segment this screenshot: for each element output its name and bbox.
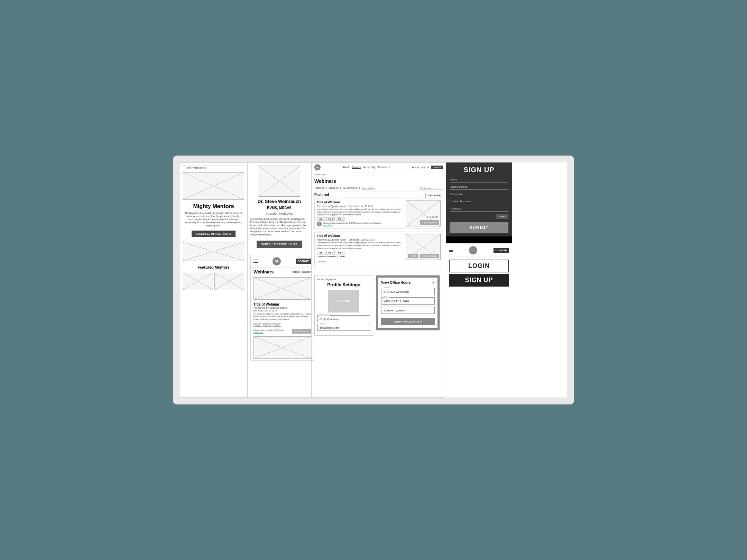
- nav-link-resources[interactable]: Resources: [378, 166, 389, 169]
- view-profile-button[interactable]: View Profile: [425, 193, 443, 198]
- mobile-tag-2: Tag 2: [263, 323, 272, 327]
- panel-mobile-webinars: M DONATE Webinars Filters Search Title o…: [250, 255, 314, 361]
- mobile-ce-link[interactable]: Learn more: [253, 331, 284, 333]
- nav-link-courses[interactable]: Courses: [352, 166, 361, 169]
- desktop-donate-button[interactable]: DONATE: [431, 166, 443, 169]
- webinar-2-title: Title of Webinar: [317, 234, 404, 237]
- webinar-card-2-content: Title of Webinar Presented by Speaker Na…: [317, 234, 404, 263]
- webinar-card-1-content: Title of Webinar Presented by Speaker Na…: [317, 200, 404, 226]
- nav-sign-up[interactable]: Sign Up: [412, 166, 420, 169]
- doctor-title: Founder, MightyVet: [266, 212, 293, 215]
- mobile-auth-hamburger[interactable]: [449, 249, 453, 252]
- upload-label: UPLOAD: [337, 299, 350, 303]
- schedule-office-hours-button[interactable]: SCHEDULE OFFICE HOURS: [192, 231, 236, 237]
- filters-label[interactable]: Filters: [292, 270, 300, 273]
- signup-button[interactable]: SIGN UP: [449, 274, 509, 287]
- filter-topics[interactable]: Topics: All: [314, 187, 324, 189]
- auth-hamburger-line-2: [449, 250, 453, 251]
- ce-badge: ★: [317, 222, 322, 226]
- featured-header: Featured View Profile: [314, 193, 443, 198]
- panel-mobile-auth: DONATE LOGIN SIGN UP: [446, 243, 512, 289]
- signup-email-field[interactable]: Email Address: [450, 184, 508, 190]
- mobile-auth-donate-button[interactable]: DONATE: [494, 248, 509, 253]
- filter-ce-offered[interactable]: CE Offered: All: [343, 187, 358, 189]
- signup-submit-button[interactable]: SUBMIT: [450, 222, 508, 233]
- webinar-1-description: Lorem ipsum dolor sit amet, consectetur …: [317, 208, 404, 216]
- filter-search-box[interactable]: 🔍: [419, 186, 443, 190]
- view-office-hours-button[interactable]: View Office Hours: [381, 318, 435, 325]
- nav-link-about[interactable]: About: [342, 166, 349, 169]
- search-input[interactable]: [424, 187, 441, 189]
- profile-settings-title: Profile Settings: [317, 282, 370, 287]
- mobile-ce-info: Course does not offer CE Credits Learn m…: [253, 329, 284, 333]
- signup-company-field[interactable]: Company: [450, 206, 508, 212]
- separator-2: [347, 238, 347, 241]
- full-name-label: Full Name: [319, 314, 330, 316]
- view-webinar-2-button[interactable]: View Webinar: [420, 254, 439, 258]
- signup-name-field[interactable]: Name: [450, 177, 508, 183]
- mentor-thumb-2: [214, 273, 245, 290]
- search-label[interactable]: Search: [302, 270, 311, 273]
- webinar-1-title: Title of Webinar: [317, 200, 404, 204]
- mobile-tags: Tag 1 Tag 2 Tag 3: [251, 322, 314, 328]
- modal-mentor-value: Dr. Steve Weinrauch: [384, 290, 432, 293]
- hamburger-icon[interactable]: [253, 260, 258, 263]
- signup-password-field[interactable]: Password: [450, 192, 508, 197]
- webinar-1-date: Jan 23 2018: [360, 205, 373, 207]
- webinar-2-ce-link[interactable]: Learn more: [317, 261, 326, 263]
- filter-status[interactable]: Status: All: [329, 187, 339, 189]
- webinar-card-2: Title of Webinar Presented by Speaker Na…: [314, 232, 443, 266]
- featured-section: Featured View Profile Title of Webinar P…: [312, 192, 446, 270]
- signup-confirm-password-field[interactable]: Confirm Password: [450, 199, 508, 204]
- view-webinar-1-button[interactable]: View Webinar: [420, 220, 439, 225]
- panel-mighty-mentors: Home > Mentorship Mighty Mentors Rotatin…: [180, 162, 247, 398]
- profile-breadcrumb: Home > My Profile: [317, 278, 370, 281]
- hamburger-line-2: [253, 261, 258, 262]
- enroll-button[interactable]: Enroll: [408, 254, 418, 258]
- nav-log-in[interactable]: Log In: [422, 166, 429, 169]
- panel-doctor: Dr. Steve Weinrauch BVMS, MRCVS Founder,…: [247, 162, 311, 398]
- email-field[interactable]: Email email@test.com: [317, 324, 370, 331]
- mobile-logo-text: M: [275, 259, 278, 263]
- modal-mentor-label: Mentor: [384, 287, 391, 289]
- black-divider-bar: [446, 236, 512, 243]
- login-button[interactable]: LOGIN: [449, 260, 509, 272]
- schedule-office-hours-button-doctor[interactable]: SCHEDULE OFFICE HOURS: [257, 241, 302, 248]
- full-name-value: Greta Graduate: [320, 318, 368, 321]
- webinar-2-ce-info: Course does not offer CE Credits Learn m…: [317, 255, 345, 264]
- mobile-tag-3: Tag 3: [273, 323, 281, 327]
- mobile-webinar-info: Title of Webinar Presented by Speaker Na…: [251, 301, 314, 322]
- nav-link-mentorship[interactable]: Mentorship: [363, 166, 376, 169]
- modal-inner: View Office Hours × Mentor Dr. Steve Wei…: [378, 278, 437, 328]
- webinar-1-date-label: Recorded:: [349, 205, 359, 207]
- ce-link[interactable]: Learn More: [323, 224, 333, 226]
- page-description: Rotating office hours will be held onlin…: [183, 212, 244, 227]
- full-name-field[interactable]: Full Name Greta Graduate: [317, 315, 370, 322]
- webinar-1-tag-3: Tag 1: [336, 217, 344, 221]
- mobile-webinars-title: Webinars Filters Search: [251, 268, 314, 276]
- signup-back-button[interactable]: < back: [496, 214, 508, 219]
- webinars-title-text: Webinars: [253, 269, 274, 274]
- webinar-2-actions: Enroll View Webinar: [408, 254, 439, 258]
- upload-area[interactable]: UPLOAD: [328, 290, 359, 312]
- mentor-grid: [183, 273, 244, 290]
- webinar-2-date-label: Scheduled:: [349, 239, 360, 241]
- filter-clear[interactable]: Clear all filters: [362, 187, 375, 189]
- webinar-2-date: Jan 23 2019: [361, 239, 374, 241]
- modal-close-button[interactable]: ×: [432, 280, 435, 285]
- mobile-webinar-date: Recorded: Jan 23 2019: [253, 309, 311, 312]
- webinar-1-tags: Tag 1 Tag 1 Tag 1: [317, 217, 404, 221]
- auth-hamburger-line-3: [449, 251, 453, 252]
- mobile-donate-button[interactable]: DONATE: [296, 259, 311, 264]
- auth-hamburger-line-1: [449, 249, 453, 250]
- breadcrumb-webinars[interactable]: < Webinars: [314, 174, 325, 176]
- desktop-breadcrumb: < Webinars: [312, 172, 446, 177]
- mobile-tag-1: Tag 1: [253, 323, 262, 327]
- webinars-page-title: Webinars: [314, 178, 336, 184]
- webinar-2-speaker-row: Presented by Speaker Name Scheduled: Jan…: [317, 238, 404, 241]
- webinar-2-tags: Tag 1 Tag 2 Tag 3: [317, 251, 404, 254]
- hamburger-line-1: [253, 260, 258, 260]
- modal-date-field: Date WED, OCT 17, 2018: [381, 297, 435, 305]
- mobile-view-webinar-button[interactable]: View Webinar: [292, 329, 311, 334]
- modal-date-label: Date: [384, 296, 389, 298]
